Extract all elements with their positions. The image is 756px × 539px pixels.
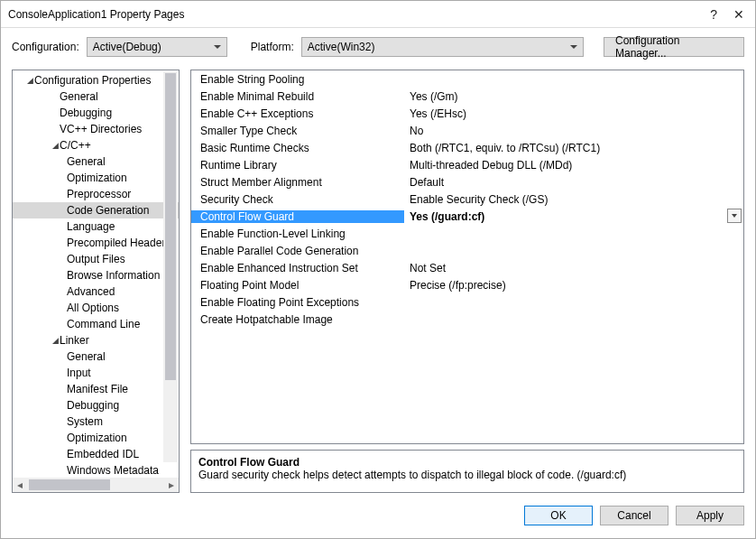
scrollbar-thumb[interactable]: [165, 73, 176, 380]
property-value[interactable]: Enable Security Check (/GS): [404, 193, 743, 206]
property-row[interactable]: Smaller Type CheckNo: [191, 122, 743, 139]
tree-horizontal-scrollbar[interactable]: ◂ ▸: [13, 478, 179, 492]
window-title: ConsoleApplication1 Property Pages: [8, 8, 710, 21]
ok-button[interactable]: OK: [524, 506, 593, 525]
scroll-right-icon[interactable]: ▸: [164, 478, 179, 492]
platform-value: Active(Win32): [308, 41, 375, 53]
tree-node-general[interactable]: ·General: [13, 88, 179, 105]
tree-node-cpp-output-files[interactable]: Output Files: [13, 251, 179, 267]
property-row[interactable]: Enable C++ ExceptionsYes (/EHsc): [191, 105, 743, 122]
property-value[interactable]: Multi-threaded Debug DLL (/MDd): [404, 159, 743, 172]
configuration-value: Active(Debug): [93, 41, 161, 53]
scroll-left-icon[interactable]: ◂: [13, 478, 27, 492]
property-row[interactable]: Floating Point ModelPrecise (/fp:precise…: [191, 276, 743, 293]
property-name: Floating Point Model: [191, 279, 404, 292]
tree-node-linker-embedded-idl[interactable]: Embedded IDL: [13, 446, 179, 462]
close-icon[interactable]: ✕: [733, 7, 744, 22]
cancel-button[interactable]: Cancel: [600, 506, 668, 525]
tree-node-linker-manifest-file[interactable]: Manifest File: [13, 381, 179, 397]
property-value[interactable]: Both (/RTC1, equiv. to /RTCsu) (/RTC1): [404, 142, 743, 154]
property-row[interactable]: Security CheckEnable Security Check (/GS…: [191, 191, 743, 208]
property-name: Enable Floating Point Exceptions: [191, 296, 404, 309]
platform-label: Platform:: [251, 41, 294, 53]
tree-node-linker[interactable]: ◢Linker: [13, 332, 179, 348]
tree-node-vcpp-directories[interactable]: ·VC++ Directories: [13, 121, 179, 137]
tree-node-cpp-precompiled-headers[interactable]: Precompiled Headers: [13, 235, 179, 251]
tree-node-cpp-all-options[interactable]: All Options: [13, 300, 179, 316]
help-icon[interactable]: ?: [710, 7, 717, 22]
configuration-combo[interactable]: Active(Debug): [87, 37, 227, 57]
property-name: Security Check: [191, 193, 404, 206]
tree-panel: ◢ Configuration Properties ·General ·Deb…: [12, 70, 180, 493]
help-panel: Control Flow Guard Guard security check …: [190, 450, 744, 493]
tree-node-cpp-code-generation[interactable]: Code Generation: [13, 202, 179, 218]
dialog-footer: OK Cancel Apply: [1, 493, 755, 538]
property-name: Enable Function-Level Linking: [191, 228, 404, 240]
tree-node-cpp-advanced[interactable]: Advanced: [13, 283, 179, 300]
property-value[interactable]: Yes (/guard:cf): [404, 210, 743, 223]
property-name: Control Flow Guard: [191, 210, 404, 223]
configuration-label: Configuration:: [12, 41, 79, 53]
tree-node-cpp-preprocessor[interactable]: Preprocessor: [13, 186, 179, 202]
property-name: Enable Minimal Rebuild: [191, 90, 404, 103]
property-pages-window: ConsoleApplication1 Property Pages ? ✕ C…: [0, 0, 756, 539]
tree-node-linker-optimization[interactable]: Optimization: [13, 430, 179, 446]
property-row[interactable]: Control Flow GuardYes (/guard:cf): [191, 208, 743, 225]
property-row[interactable]: Enable Function-Level Linking: [191, 225, 743, 242]
tree-node-cpp-general[interactable]: General: [13, 153, 179, 170]
property-name: Enable C++ Exceptions: [191, 107, 404, 120]
caret-down-icon: ◢: [51, 141, 60, 150]
property-name: Struct Member Alignment: [191, 176, 404, 189]
property-value[interactable]: Yes (/EHsc): [404, 107, 743, 120]
property-row[interactable]: Enable Minimal RebuildYes (/Gm): [191, 88, 743, 105]
property-row[interactable]: Create Hotpatchable Image: [191, 311, 743, 328]
tree-node-linker-general[interactable]: General: [13, 348, 179, 365]
tree-node-cpp-command-line[interactable]: Command Line: [13, 316, 179, 332]
property-name: Enable Enhanced Instruction Set: [191, 262, 404, 274]
property-row[interactable]: Struct Member AlignmentDefault: [191, 173, 743, 191]
tree-node-linker-debugging[interactable]: Debugging: [13, 397, 179, 414]
tree-node-linker-windows-metadata[interactable]: Windows Metadata: [13, 462, 179, 478]
property-name: Smaller Type Check: [191, 125, 404, 137]
tree-node-cpp-optimization[interactable]: Optimization: [13, 170, 179, 186]
caret-down-icon: ◢: [51, 336, 60, 345]
property-name: Enable Parallel Code Generation: [191, 245, 404, 257]
tree-vertical-scrollbar[interactable]: [163, 71, 178, 462]
property-value[interactable]: Yes (/Gm): [404, 90, 743, 103]
property-name: Basic Runtime Checks: [191, 142, 404, 154]
property-value[interactable]: Default: [404, 176, 743, 189]
property-row[interactable]: Enable Enhanced Instruction SetNot Set: [191, 259, 743, 276]
property-row[interactable]: Enable Parallel Code Generation: [191, 242, 743, 259]
tree[interactable]: ◢ Configuration Properties ·General ·Deb…: [13, 70, 179, 478]
apply-button[interactable]: Apply: [676, 506, 744, 525]
tree-node-cpp-language[interactable]: Language: [13, 218, 179, 235]
platform-combo[interactable]: Active(Win32): [301, 37, 584, 57]
property-name: Create Hotpatchable Image: [191, 313, 404, 326]
tree-node-configuration-properties[interactable]: ◢ Configuration Properties: [13, 72, 179, 88]
property-row[interactable]: Enable Floating Point Exceptions: [191, 293, 743, 311]
caret-down-icon: ◢: [25, 76, 34, 85]
tree-node-linker-input[interactable]: Input: [13, 365, 179, 381]
property-value[interactable]: Precise (/fp:precise): [404, 279, 743, 292]
property-row[interactable]: Runtime LibraryMulti-threaded Debug DLL …: [191, 156, 743, 173]
config-row: Configuration: Active(Debug) Platform: A…: [1, 28, 755, 70]
property-name: Enable String Pooling: [191, 73, 404, 86]
property-name: Runtime Library: [191, 159, 404, 172]
property-grid[interactable]: Enable String PoolingEnable Minimal Rebu…: [190, 70, 744, 444]
dropdown-button[interactable]: [727, 209, 742, 223]
tree-node-debugging[interactable]: ·Debugging: [13, 105, 179, 121]
titlebar: ConsoleApplication1 Property Pages ? ✕: [1, 1, 755, 28]
property-value[interactable]: No: [404, 125, 743, 137]
property-row[interactable]: Basic Runtime ChecksBoth (/RTC1, equiv. …: [191, 139, 743, 156]
help-body: Guard security check helps detect attemp…: [198, 469, 736, 481]
property-row[interactable]: Enable String Pooling: [191, 70, 743, 88]
help-title: Control Flow Guard: [198, 456, 736, 469]
tree-node-linker-system[interactable]: System: [13, 414, 179, 430]
config-manager-button[interactable]: Configuration Manager...: [604, 37, 744, 57]
tree-node-cpp-browse-information[interactable]: Browse Information: [13, 267, 179, 283]
scrollbar-thumb[interactable]: [29, 479, 110, 490]
tree-node-cpp[interactable]: ◢C/C++: [13, 137, 179, 153]
property-value[interactable]: Not Set: [404, 262, 743, 274]
